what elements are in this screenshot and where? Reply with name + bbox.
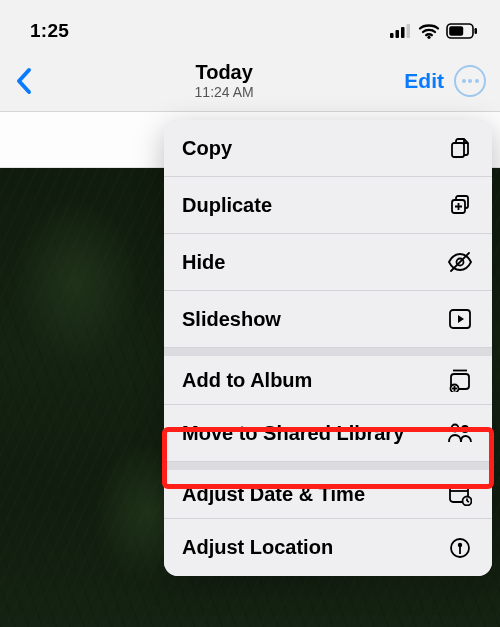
status-indicators: [390, 23, 478, 39]
svg-rect-3: [407, 24, 411, 38]
svg-marker-15: [458, 315, 464, 323]
status-bar: 1:25: [0, 0, 500, 54]
svg-point-4: [427, 36, 430, 39]
svg-rect-2: [401, 27, 405, 38]
menu-label: Slideshow: [182, 308, 446, 331]
menu-item-copy[interactable]: Copy: [164, 120, 492, 177]
page-subtitle: 11:24 AM: [44, 84, 404, 100]
svg-rect-0: [390, 33, 394, 38]
menu-label: Move to Shared Library: [182, 422, 446, 445]
menu-label: Adjust Location: [182, 536, 446, 559]
nav-bar: Today 11:24 AM Edit: [0, 54, 500, 112]
status-time: 1:25: [30, 20, 69, 42]
menu-item-hide[interactable]: Hide: [164, 234, 492, 291]
menu-item-adjust-location[interactable]: Adjust Location: [164, 519, 492, 576]
menu-label: Copy: [182, 137, 446, 160]
add-to-album-icon: [446, 366, 474, 394]
menu-item-slideshow[interactable]: Slideshow: [164, 291, 492, 348]
battery-icon: [446, 23, 478, 39]
svg-rect-1: [396, 30, 400, 38]
menu-item-duplicate[interactable]: Duplicate: [164, 177, 492, 234]
slideshow-icon: [446, 305, 474, 333]
menu-label: Adjust Date & Time: [182, 483, 446, 506]
nav-title-group: Today 11:24 AM: [44, 62, 404, 100]
location-pin-icon: [446, 534, 474, 562]
menu-label: Hide: [182, 251, 446, 274]
wifi-icon: [418, 23, 440, 39]
edit-button[interactable]: Edit: [404, 69, 444, 93]
svg-rect-8: [452, 143, 464, 157]
cellular-signal-icon: [390, 24, 412, 38]
shared-library-icon: [446, 419, 474, 447]
menu-label: Add to Album: [182, 369, 446, 392]
svg-rect-6: [449, 26, 463, 36]
duplicate-icon: [446, 191, 474, 219]
svg-point-22: [462, 426, 468, 432]
svg-point-31: [458, 542, 462, 546]
page-title: Today: [44, 62, 404, 83]
action-menu: Copy Duplicate Hide Slideshow Add to Alb…: [164, 120, 492, 576]
menu-label: Duplicate: [182, 194, 446, 217]
menu-item-move-to-shared-library[interactable]: Move to Shared Library: [164, 405, 492, 462]
copy-icon: [446, 134, 474, 162]
menu-item-adjust-date-time[interactable]: Adjust Date & Time: [164, 462, 492, 519]
menu-item-add-to-album[interactable]: Add to Album: [164, 348, 492, 405]
svg-rect-7: [475, 28, 478, 34]
ellipsis-icon: [462, 79, 466, 83]
hide-icon: [446, 248, 474, 276]
more-button[interactable]: [454, 65, 486, 97]
svg-line-29: [467, 501, 469, 502]
svg-point-21: [452, 425, 459, 432]
calendar-clock-icon: [446, 480, 474, 508]
